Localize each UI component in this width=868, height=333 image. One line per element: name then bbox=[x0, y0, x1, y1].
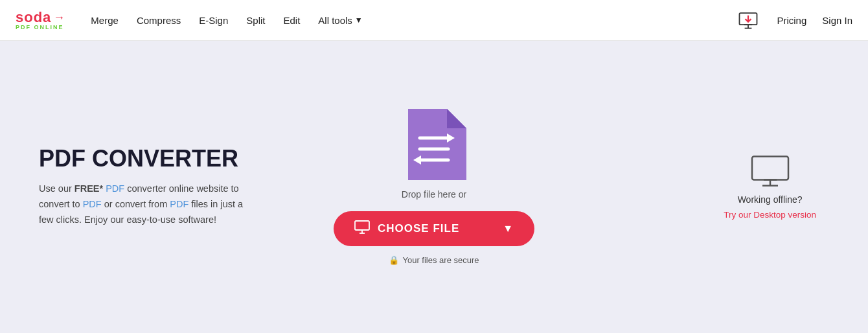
choose-file-chevron-icon: ▼ bbox=[503, 223, 514, 235]
nav-all-tools[interactable]: All tools ▼ bbox=[318, 15, 362, 26]
hero-center: Drop file here or CHOOSE FILE ▼ 🔒 Your bbox=[334, 109, 534, 265]
logo-sub: PDF ONLINE bbox=[16, 25, 65, 30]
logo-arrow-icon: → bbox=[53, 12, 65, 23]
hero-title: PDF CONVERTER bbox=[39, 146, 246, 172]
nav-merge[interactable]: Merge bbox=[91, 15, 119, 26]
navbar: soda → PDF ONLINE Merge Compress E-Sign … bbox=[0, 0, 868, 41]
choose-file-button[interactable]: CHOOSE FILE ▼ bbox=[334, 211, 534, 246]
file-icon bbox=[402, 109, 466, 180]
nav-edit[interactable]: Edit bbox=[283, 15, 300, 26]
try-desktop-link[interactable]: Try our Desktop version bbox=[724, 209, 816, 219]
nav-right: Pricing Sign In bbox=[735, 7, 852, 33]
logo-text: soda bbox=[16, 10, 51, 25]
svg-rect-14 bbox=[752, 156, 788, 179]
chevron-down-icon: ▼ bbox=[355, 16, 363, 25]
pdf-convert-icon bbox=[402, 109, 466, 180]
logo[interactable]: soda → PDF ONLINE bbox=[16, 10, 65, 30]
nav-links: Merge Compress E-Sign Split Edit All too… bbox=[91, 15, 714, 26]
choose-file-label: CHOOSE FILE bbox=[378, 222, 459, 235]
working-offline-label: Working offline? bbox=[738, 194, 803, 204]
nav-signin[interactable]: Sign In bbox=[822, 15, 852, 26]
hero-description: Use our FREE* PDF converter online websi… bbox=[39, 181, 246, 228]
nav-pricing[interactable]: Pricing bbox=[777, 15, 806, 26]
download-desktop-button[interactable] bbox=[735, 7, 761, 33]
lock-icon: 🔒 bbox=[389, 255, 399, 265]
drop-label: Drop file here or bbox=[402, 189, 466, 200]
nav-split[interactable]: Split bbox=[246, 15, 265, 26]
hero-right: Working offline? Try our Desktop version bbox=[724, 155, 816, 219]
desktop-icon bbox=[751, 155, 790, 189]
monitor-icon bbox=[354, 220, 370, 238]
monitor-small-icon bbox=[354, 220, 370, 235]
secure-label: 🔒 Your files are secure bbox=[389, 255, 479, 265]
hero-section: PDF CONVERTER Use our FREE* PDF converte… bbox=[0, 41, 868, 333]
nav-esign[interactable]: E-Sign bbox=[199, 15, 228, 26]
svg-rect-10 bbox=[355, 221, 369, 230]
download-monitor-icon bbox=[737, 8, 760, 32]
nav-compress[interactable]: Compress bbox=[137, 15, 181, 26]
hero-left: PDF CONVERTER Use our FREE* PDF converte… bbox=[39, 146, 246, 228]
